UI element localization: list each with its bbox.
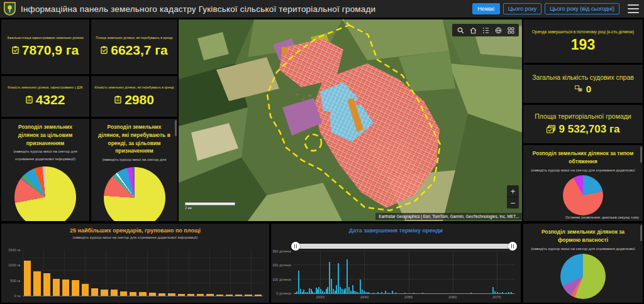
tenant-bar[interactable] bbox=[197, 294, 204, 296]
date-spike[interactable] bbox=[343, 290, 345, 293]
tenant-bar[interactable] bbox=[245, 295, 252, 296]
legend-icon[interactable] bbox=[480, 25, 491, 35]
overview-grid-icon[interactable] bbox=[506, 25, 516, 35]
search-icon[interactable] bbox=[455, 25, 465, 35]
slider-handle-end[interactable] bbox=[508, 242, 517, 251]
date-spike[interactable] bbox=[318, 287, 319, 293]
date-spike[interactable] bbox=[338, 263, 339, 293]
panel-scrollbar[interactable] bbox=[640, 225, 642, 241]
tenant-bar[interactable] bbox=[120, 291, 127, 296]
tenant-bar[interactable] bbox=[24, 261, 31, 296]
menu-icon[interactable] bbox=[628, 4, 639, 13]
date-spike[interactable] bbox=[508, 292, 509, 293]
tenant-bar[interactable] bbox=[187, 294, 194, 296]
tenant-bar[interactable] bbox=[206, 294, 213, 296]
date-spike[interactable] bbox=[311, 289, 312, 293]
panel-scrollbar[interactable] bbox=[640, 146, 642, 163]
date-spike[interactable] bbox=[336, 285, 337, 293]
date-spike[interactable] bbox=[499, 293, 501, 293]
date-spike[interactable] bbox=[381, 292, 382, 293]
date-spike[interactable] bbox=[470, 293, 472, 293]
date-spike[interactable] bbox=[367, 292, 369, 293]
date-spike[interactable] bbox=[312, 291, 313, 293]
date-spike[interactable] bbox=[404, 293, 406, 293]
date-spike[interactable] bbox=[395, 293, 396, 293]
date-spike[interactable] bbox=[511, 292, 512, 293]
tenant-bar[interactable] bbox=[33, 271, 40, 296]
date-spike[interactable] bbox=[502, 292, 503, 293]
date-spike[interactable] bbox=[340, 287, 341, 293]
slider-handle-start[interactable] bbox=[291, 242, 300, 251]
tenant-bar[interactable] bbox=[111, 290, 118, 296]
tenant-bar[interactable] bbox=[101, 290, 108, 296]
date-spike[interactable] bbox=[506, 293, 507, 293]
tenant-bar[interactable] bbox=[149, 293, 156, 296]
filter-button-this-year[interactable]: Цього року bbox=[503, 3, 542, 14]
date-spike[interactable] bbox=[296, 291, 297, 293]
pie-chart-land-purpose[interactable] bbox=[14, 166, 76, 221]
date-spike[interactable] bbox=[373, 293, 374, 293]
date-spike[interactable] bbox=[360, 280, 361, 293]
zoom-in-button[interactable]: + bbox=[507, 185, 519, 197]
date-spike[interactable] bbox=[302, 292, 303, 293]
tenant-bar[interactable] bbox=[216, 295, 223, 296]
date-spike[interactable] bbox=[309, 288, 310, 293]
date-spike[interactable] bbox=[492, 287, 494, 293]
date-spike[interactable] bbox=[355, 291, 357, 293]
date-spike[interactable] bbox=[341, 289, 343, 293]
tenant-bar[interactable] bbox=[158, 293, 165, 296]
filter-button-none[interactable]: Немає bbox=[472, 3, 499, 14]
date-spike[interactable] bbox=[357, 292, 358, 293]
date-spike[interactable] bbox=[305, 292, 306, 293]
tenant-bar[interactable] bbox=[139, 292, 146, 296]
tenant-bar[interactable] bbox=[178, 294, 185, 296]
zoom-out-button[interactable]: − bbox=[507, 197, 519, 209]
date-spike[interactable] bbox=[345, 288, 346, 293]
date-spike[interactable] bbox=[377, 292, 379, 293]
tenant-bar[interactable] bbox=[235, 295, 242, 296]
date-spike[interactable] bbox=[348, 287, 350, 293]
date-spike[interactable] bbox=[331, 279, 332, 293]
date-spike[interactable] bbox=[392, 291, 393, 293]
date-spike[interactable] bbox=[422, 293, 423, 293]
basemap-icon[interactable] bbox=[493, 25, 503, 35]
date-spike[interactable] bbox=[300, 289, 301, 293]
date-spike[interactable] bbox=[329, 262, 330, 293]
tenant-bar[interactable] bbox=[91, 288, 98, 296]
date-spike[interactable] bbox=[303, 290, 304, 293]
home-icon[interactable] bbox=[468, 25, 478, 35]
tenant-bar[interactable] bbox=[43, 273, 50, 296]
tenant-bar[interactable] bbox=[255, 295, 262, 296]
pie-chart-ownership[interactable] bbox=[560, 254, 606, 299]
pie-chart-encumbrance[interactable] bbox=[563, 175, 603, 215]
date-spike[interactable] bbox=[335, 291, 336, 293]
date-spike[interactable] bbox=[352, 285, 353, 293]
date-spike[interactable] bbox=[365, 292, 367, 293]
tenant-bar[interactable] bbox=[53, 279, 60, 296]
tenant-bar[interactable] bbox=[62, 280, 69, 296]
date-spike[interactable] bbox=[327, 287, 328, 293]
tenant-bar[interactable] bbox=[226, 295, 233, 296]
tenant-bar[interactable] bbox=[72, 280, 79, 296]
date-spike[interactable] bbox=[350, 291, 352, 293]
tenant-bar[interactable] bbox=[130, 292, 136, 296]
tenant-bar[interactable] bbox=[82, 284, 89, 296]
date-spike[interactable] bbox=[369, 293, 370, 293]
date-spike[interactable] bbox=[298, 271, 299, 293]
date-spike[interactable] bbox=[347, 259, 348, 293]
date-spike[interactable] bbox=[353, 291, 355, 293]
date-range-slider[interactable] bbox=[294, 244, 514, 249]
date-spike[interactable] bbox=[385, 291, 386, 293]
date-spike[interactable] bbox=[322, 291, 323, 293]
date-spike[interactable] bbox=[333, 289, 334, 293]
panel-scrollbar[interactable] bbox=[175, 120, 177, 136]
pie-chart-leased-purpose[interactable] bbox=[104, 167, 165, 221]
date-spike[interactable] bbox=[307, 292, 308, 293]
tenant-bar[interactable] bbox=[168, 293, 175, 296]
date-spike[interactable] bbox=[494, 291, 496, 293]
cadastre-map[interactable]: + − 2 км Earthstar Geographics | Esri, T… bbox=[179, 19, 522, 221]
filter-button-this-year-from-today[interactable]: Цього року (від сьогодні) bbox=[545, 3, 619, 14]
date-spike[interactable] bbox=[388, 293, 389, 293]
date-spike[interactable] bbox=[413, 293, 414, 293]
date-spike[interactable] bbox=[324, 292, 325, 293]
